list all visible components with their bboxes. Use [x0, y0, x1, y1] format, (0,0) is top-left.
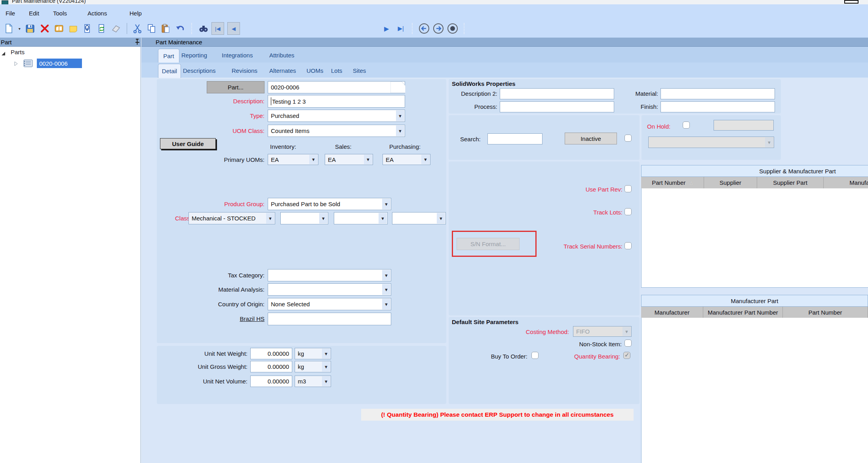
- nav-first-icon[interactable]: |◀: [211, 22, 224, 35]
- history-back-icon[interactable]: [418, 22, 430, 35]
- subtab-descriptions[interactable]: Descriptions: [183, 67, 216, 74]
- nav-next-icon[interactable]: ▶: [380, 22, 393, 35]
- track-serial-numbers-checkbox[interactable]: [624, 242, 632, 249]
- sales-uom-select[interactable]: EA▼: [325, 154, 373, 165]
- supplier-col-supplier[interactable]: Supplier: [704, 177, 757, 188]
- manufacturer-col-manufacturer[interactable]: Manufacturer: [641, 307, 703, 318]
- use-part-rev-checkbox[interactable]: [624, 185, 632, 192]
- material-field[interactable]: [661, 88, 775, 99]
- class-select-4[interactable]: ▼: [392, 212, 446, 224]
- menu-file[interactable]: File: [6, 10, 15, 17]
- subtab-sites[interactable]: Sites: [353, 67, 366, 74]
- class-select-2[interactable]: ▼: [280, 212, 328, 224]
- menu-tools[interactable]: Tools: [53, 10, 67, 17]
- tax-category-select[interactable]: ▼: [268, 269, 391, 281]
- on-hold-checkbox[interactable]: [683, 121, 690, 129]
- subtab-alternates[interactable]: Alternates: [269, 67, 296, 74]
- finish-field[interactable]: [661, 101, 775, 112]
- eraser-icon[interactable]: [110, 22, 122, 35]
- tab-part[interactable]: Part: [158, 49, 179, 63]
- tree-expander-closed-icon[interactable]: [13, 61, 18, 67]
- save-icon[interactable]: [24, 22, 36, 35]
- supplier-col-manufacturer[interactable]: Manufacturer: [824, 177, 868, 188]
- track-lots-checkbox[interactable]: [624, 208, 632, 215]
- on-hold-date-field: [714, 120, 774, 131]
- manufacturer-col-part-number2[interactable]: Part Number: [783, 307, 868, 318]
- subtab-detail[interactable]: Detail: [158, 64, 181, 78]
- menu-help[interactable]: Help: [129, 10, 142, 17]
- non-stock-item-checkbox[interactable]: [624, 340, 632, 347]
- unit-gross-weight-field[interactable]: 0.00000: [250, 361, 292, 372]
- unit-net-volume-uom-select[interactable]: m3▼: [295, 376, 331, 387]
- new-dropdown-icon[interactable]: ▾: [17, 22, 22, 35]
- tab-bar: Part Reporting Integrations Attributes: [141, 47, 868, 63]
- brazil-hs-label[interactable]: Brazil HS: [193, 315, 265, 322]
- inventory-uom-select[interactable]: EA▼: [268, 154, 318, 165]
- unit-gross-weight-uom-select[interactable]: kg▼: [295, 361, 331, 372]
- process-field[interactable]: [500, 101, 614, 112]
- paste-icon[interactable]: [160, 22, 172, 35]
- cut-icon[interactable]: [131, 22, 144, 35]
- description2-field[interactable]: [500, 88, 614, 99]
- tab-reporting[interactable]: Reporting: [181, 52, 207, 59]
- brazil-hs-field[interactable]: [268, 313, 391, 325]
- country-of-origin-select[interactable]: None Selected▼: [268, 298, 391, 310]
- pin-icon[interactable]: [134, 38, 140, 47]
- buy-to-order-checkbox[interactable]: [531, 352, 539, 359]
- note-icon[interactable]: [67, 22, 80, 35]
- search-input[interactable]: [487, 133, 542, 144]
- unit-net-volume-field[interactable]: 0.00000: [250, 376, 292, 387]
- tree-item-label: 0020-0006: [39, 60, 68, 67]
- subtab-lots[interactable]: Lots: [331, 67, 342, 74]
- copy-icon[interactable]: [145, 22, 158, 35]
- type-select[interactable]: Purchased▼: [268, 110, 405, 122]
- supplier-table-body[interactable]: [641, 188, 868, 288]
- manufacturer-table-body[interactable]: [641, 318, 868, 463]
- subtab-revisions[interactable]: Revisions: [232, 67, 257, 74]
- refresh-icon[interactable]: [95, 22, 108, 35]
- uom-class-select[interactable]: Counted Items▼: [268, 125, 405, 137]
- history-forward-icon[interactable]: [432, 22, 445, 35]
- nav-last-icon[interactable]: ▶|: [394, 22, 407, 35]
- undo-icon[interactable]: [174, 22, 187, 35]
- sales-column-label: Sales:: [335, 143, 352, 150]
- tree-item-selected[interactable]: 0020-0006: [37, 59, 82, 68]
- supplier-col-part-number[interactable]: Part Number △: [641, 177, 704, 188]
- unit-net-weight-uom-select[interactable]: kg▼: [295, 348, 331, 359]
- inventory-column-label: Inventory:: [270, 143, 296, 150]
- tab-attributes[interactable]: Attributes: [269, 52, 294, 59]
- subtab-bar: Detail Descriptions Revisions Alternates…: [141, 63, 868, 78]
- unit-net-weight-field[interactable]: 0.00000: [250, 348, 292, 359]
- part-number-field[interactable]: 0020-0006: [268, 81, 405, 93]
- part-button[interactable]: Part...: [207, 81, 265, 93]
- menu-actions[interactable]: Actions: [88, 10, 107, 17]
- nav-prev-icon[interactable]: ◀: [227, 22, 240, 35]
- inactive-button[interactable]: Inactive: [565, 133, 617, 144]
- tree-expander-open-icon[interactable]: [1, 50, 6, 57]
- left-panel-title: Part: [1, 39, 12, 46]
- subtab-uoms[interactable]: UOMs: [306, 67, 324, 74]
- product-group-select[interactable]: Purchased Part to be Sold▼: [268, 198, 391, 210]
- description-field[interactable]: Testing 1 2 3: [268, 95, 405, 108]
- manufacturer-col-part-number[interactable]: Manufacturer Part Number: [703, 307, 783, 318]
- supplier-col-supplier-part[interactable]: Supplier Part: [757, 177, 824, 188]
- main-panel-header: Part Maintenance: [141, 38, 868, 47]
- quantity-bearing-warning: (! Quantity Bearing) Please contact ERP …: [361, 409, 634, 421]
- class-select-3[interactable]: ▼: [334, 212, 388, 224]
- attachment-icon[interactable]: [81, 22, 94, 35]
- buy-to-order-label: Buy To Order:: [448, 353, 527, 360]
- find-icon[interactable]: [197, 22, 210, 35]
- menu-edit[interactable]: Edit: [29, 10, 39, 17]
- current-record-icon[interactable]: [446, 22, 459, 35]
- tree-root-parts[interactable]: Parts: [11, 49, 25, 55]
- tab-integrations[interactable]: Integrations: [222, 52, 253, 59]
- new-icon[interactable]: [2, 22, 15, 35]
- window-control-icon[interactable]: [844, 0, 858, 4]
- material-analysis-select[interactable]: ▼: [268, 283, 391, 296]
- address-book-icon[interactable]: [53, 22, 65, 35]
- purchasing-uom-select[interactable]: EA▼: [383, 154, 430, 165]
- inactive-checkbox[interactable]: [624, 135, 632, 142]
- class-select-1[interactable]: Mechanical - STOCKED▼: [188, 212, 275, 224]
- user-guide-button[interactable]: User Guide: [160, 138, 216, 149]
- delete-icon[interactable]: [38, 22, 51, 35]
